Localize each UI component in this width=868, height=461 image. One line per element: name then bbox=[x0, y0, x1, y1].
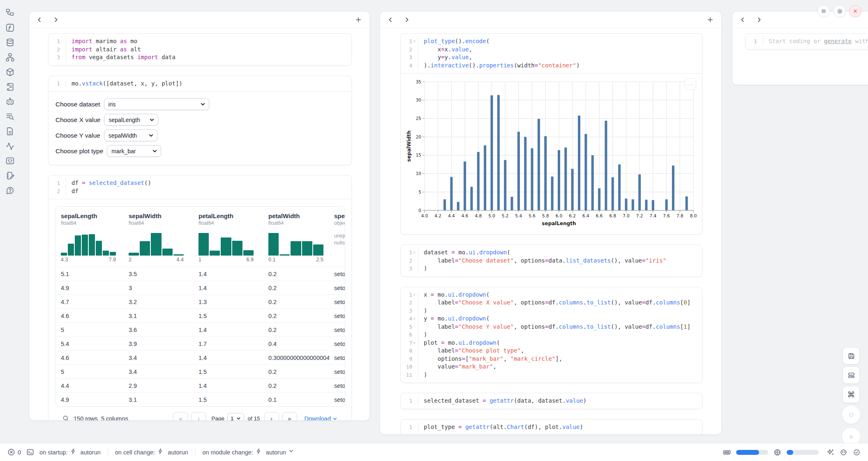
code-line: 2 x=x.value, bbox=[401, 46, 702, 54]
svg-text:4.8: 4.8 bbox=[475, 213, 482, 218]
page-select[interactable]: 1 bbox=[227, 413, 245, 421]
last-page-button[interactable]: » bbox=[282, 412, 297, 421]
svg-text:7.0: 7.0 bbox=[623, 213, 630, 218]
code-editor[interactable]: 1vx = mo.ui.dropdown(2 label="Choose X v… bbox=[401, 287, 702, 383]
svg-text:10: 10 bbox=[416, 171, 421, 176]
y-value-select[interactable]: sepalWidth bbox=[104, 129, 157, 141]
download-button[interactable]: Download bbox=[305, 415, 338, 421]
code-editor[interactable]: 1plot_type = getattr(alt.Chart(df), plot… bbox=[401, 420, 702, 435]
panel-forward-icon[interactable] bbox=[53, 17, 59, 23]
add-cell-button[interactable] bbox=[354, 15, 363, 24]
table-row: 4.93.11.50.1setos bbox=[56, 392, 345, 406]
code-editor[interactable]: 1df = selected_dataset()2df bbox=[48, 175, 351, 199]
script-icon[interactable] bbox=[5, 82, 15, 92]
database-icon[interactable] bbox=[5, 38, 15, 47]
dataset-select[interactable]: iris bbox=[104, 98, 209, 110]
on-startup-setting[interactable]: on startup: autorun bbox=[39, 448, 101, 456]
code-line: 2 label="Choose X value", options=df.col… bbox=[401, 299, 702, 307]
ai-sparkles-button[interactable] bbox=[826, 448, 834, 456]
code-editor[interactable]: 1import marimo as mo2import altair as al… bbox=[48, 34, 351, 65]
chatbot-icon[interactable] bbox=[5, 97, 15, 106]
on-cell-change-setting[interactable]: on cell change: autorun bbox=[115, 448, 188, 456]
prev-page-button[interactable]: ‹ bbox=[191, 412, 206, 421]
save-button[interactable] bbox=[843, 347, 860, 364]
file-explorer-icon[interactable] bbox=[5, 8, 15, 18]
terminal-button[interactable] bbox=[26, 448, 34, 456]
svg-text:25: 25 bbox=[416, 116, 421, 121]
generate-ai-link[interactable]: generate bbox=[824, 38, 852, 44]
dependency-graph-icon[interactable] bbox=[5, 53, 15, 62]
chevron-down-icon bbox=[149, 117, 155, 122]
x-value-select-value: sepalLength bbox=[108, 117, 140, 123]
table-footer: 150 rows, 5 columns « ‹ Page 1 of 15 › bbox=[62, 412, 337, 421]
chart-actions-button[interactable]: ··· bbox=[685, 78, 696, 90]
cell-empty-editor: 1 Start coding or generate with AI bbox=[745, 33, 868, 50]
table-column-header[interactable]: sepalWidthfloat6424.4 bbox=[124, 212, 194, 263]
svg-text:15: 15 bbox=[416, 152, 421, 157]
column-histogram bbox=[61, 232, 116, 256]
logs-icon[interactable] bbox=[5, 112, 15, 121]
search-icon[interactable] bbox=[62, 415, 69, 421]
terminal-icon bbox=[26, 448, 34, 456]
table-column-header[interactable]: petalLengthfloat6416.9 bbox=[194, 212, 263, 263]
scratchpad-icon[interactable] bbox=[5, 171, 15, 180]
first-page-button[interactable]: « bbox=[173, 412, 188, 421]
code-line: 7vplot = mo.ui.dropdown( bbox=[401, 339, 702, 347]
next-page-button[interactable]: › bbox=[264, 412, 279, 421]
code-line: 2 label="Choose dataset", options=data.l… bbox=[401, 257, 702, 265]
code-editor[interactable]: 1mo.vstack([dataset, x, y, plot]) bbox=[48, 76, 351, 92]
panel-forward-icon[interactable] bbox=[404, 17, 410, 23]
cell-vstack: 1mo.vstack([dataset, x, y, plot]) Choose… bbox=[48, 76, 352, 166]
code-line: 8 label="Choose plot type", bbox=[401, 347, 702, 355]
snippets-icon[interactable] bbox=[5, 156, 15, 166]
column-histogram bbox=[268, 232, 323, 256]
panel-forward-icon[interactable] bbox=[756, 17, 762, 23]
table-column-header[interactable]: speciobjecuniqunulls: bbox=[329, 212, 345, 263]
code-editor[interactable]: 1vplot_type().encode(2 x=x.value,3 y=y.v… bbox=[401, 34, 702, 73]
close-button[interactable] bbox=[849, 5, 861, 17]
layout-button[interactable] bbox=[843, 366, 860, 384]
errors-indicator[interactable]: 0 bbox=[7, 448, 21, 456]
svg-text:5: 5 bbox=[418, 189, 421, 194]
svg-text:7.6: 7.6 bbox=[663, 213, 670, 218]
svg-text:4.2: 4.2 bbox=[434, 213, 441, 218]
y-value-control: Choose Y value sepalWidth bbox=[55, 129, 351, 141]
panel-back-icon[interactable] bbox=[388, 17, 393, 23]
on-module-change-setting[interactable]: on module change: autorun bbox=[203, 448, 297, 456]
table-column-header[interactable]: sepalLengthfloat644.37.9 bbox=[56, 212, 124, 263]
menu-button[interactable] bbox=[817, 5, 830, 17]
panel-back-icon[interactable] bbox=[740, 17, 746, 23]
keyboard-shortcuts-button[interactable]: ⌘ bbox=[843, 386, 860, 403]
plot-type-select[interactable]: mark_bar bbox=[107, 145, 161, 157]
settings-button[interactable] bbox=[833, 5, 846, 17]
chevron-down-icon bbox=[332, 416, 337, 421]
svg-text:5.6: 5.6 bbox=[529, 213, 536, 218]
code-line: 2import altair as alt bbox=[48, 46, 351, 54]
table-column-header[interactable]: petalWidthfloat640.12.5 bbox=[263, 212, 329, 263]
code-line: 9 options=["mark_bar", "mark_circle"], bbox=[401, 355, 702, 363]
dataset-label: Choose dataset bbox=[55, 101, 100, 108]
function-icon[interactable] bbox=[5, 23, 15, 32]
help-icon[interactable] bbox=[5, 186, 15, 195]
tracing-icon[interactable] bbox=[5, 141, 15, 151]
code-editor[interactable]: 1vdataset = mo.ui.dropdown(2 label="Choo… bbox=[401, 245, 702, 277]
package-icon[interactable] bbox=[5, 67, 15, 77]
stop-button[interactable] bbox=[842, 405, 861, 424]
bar-chart[interactable]: 4.04.24.44.64.85.05.25.45.65.86.06.26.46… bbox=[406, 78, 697, 228]
code-editor[interactable]: 1 Start coding or generate with AI bbox=[746, 34, 868, 49]
column-histogram bbox=[199, 232, 254, 256]
cell-plot: 1vplot_type().encode(2 x=x.value,3 y=y.v… bbox=[400, 33, 702, 235]
svg-text:5.8: 5.8 bbox=[542, 213, 549, 218]
assistant-button[interactable] bbox=[840, 448, 847, 456]
code-editor[interactable]: 1selected_dataset = getattr(data, datase… bbox=[401, 393, 702, 409]
connection-status-button[interactable] bbox=[853, 448, 861, 456]
chart-output[interactable]: ··· 4.04.24.44.64.85.05.25.45.65.86.06.2… bbox=[401, 74, 702, 234]
chevron-down-icon bbox=[148, 133, 154, 138]
documentation-icon[interactable] bbox=[5, 127, 15, 136]
add-cell-button[interactable] bbox=[706, 15, 715, 24]
panel-back-icon[interactable] bbox=[37, 17, 42, 23]
lightning-icon bbox=[256, 448, 263, 456]
gear-icon bbox=[837, 8, 843, 14]
x-value-select[interactable]: sepalLength bbox=[104, 114, 158, 126]
editor-placeholder: with AI bbox=[852, 38, 868, 44]
